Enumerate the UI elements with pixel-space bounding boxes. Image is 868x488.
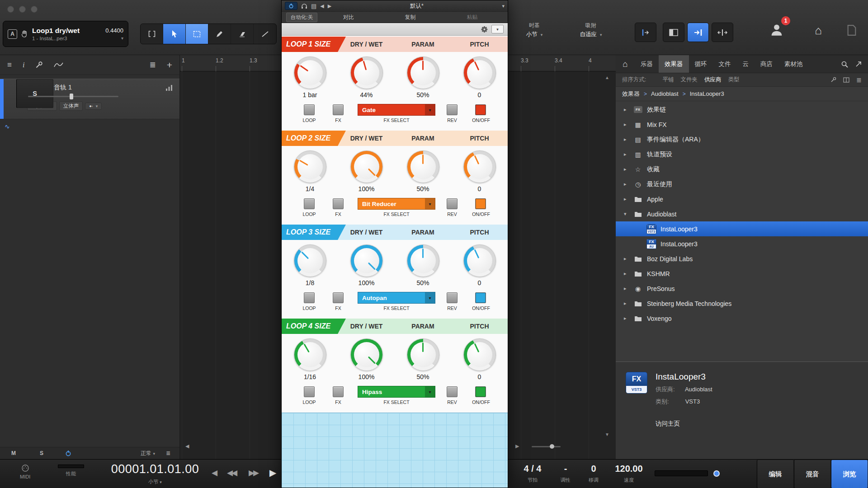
compare-button[interactable]: 对比 — [317, 14, 379, 21]
slider-handle[interactable] — [70, 94, 73, 99]
pencil-tool-button[interactable] — [208, 24, 231, 44]
tree-item[interactable]: ▸Steinberg Media Technologies — [616, 296, 868, 311]
tree-item[interactable]: ▸FX效果链 — [616, 102, 868, 117]
fx-toggle[interactable] — [333, 386, 344, 397]
marquee-tool-button[interactable] — [186, 24, 208, 44]
expand-arrow-icon[interactable]: ▸ — [624, 286, 629, 291]
expand-arrow-icon[interactable]: ▸ — [624, 181, 629, 187]
output-level-meter[interactable] — [655, 470, 708, 476]
return-to-start-button[interactable]: ◀ — [212, 468, 216, 478]
expand-arrow-icon[interactable]: ▸ — [624, 151, 629, 157]
range-tool-button[interactable] — [141, 24, 163, 44]
popout-icon[interactable] — [855, 61, 862, 67]
plugin-power-button[interactable] — [285, 2, 297, 10]
param-knob[interactable]: 50% — [407, 150, 439, 192]
browser-tab-2[interactable]: 循环 — [689, 55, 713, 73]
parameter-display[interactable]: A Loop1 dry/wet 1 - InstaL..per3 0.4400 … — [3, 21, 128, 47]
preset-dropdown-icon[interactable]: ▾ — [502, 3, 505, 9]
waveform-grid-display[interactable] — [282, 413, 508, 488]
fast-forward-button[interactable]: ▶▶ — [249, 468, 258, 478]
preset-name[interactable]: 默认* — [410, 2, 424, 10]
channel-config-button[interactable]: ●◦▾ — [85, 103, 102, 110]
fx-select-dropdown[interactable]: Hipass▾ — [358, 386, 435, 398]
expand-arrow-icon[interactable]: ▸ — [624, 166, 629, 172]
expand-arrow-icon[interactable]: ▸ — [624, 122, 629, 127]
tree-item[interactable]: ▾Audioblast — [616, 206, 868, 221]
tree-item[interactable]: ▸◉PreSonus — [616, 281, 868, 296]
dry-wet-knob[interactable]: 44% — [350, 56, 383, 99]
copy-button[interactable]: 复制 — [379, 14, 441, 21]
global-mute-button[interactable]: M — [9, 449, 18, 457]
add-track-button[interactable]: + — [167, 60, 172, 70]
onoff-toggle[interactable] — [475, 386, 486, 397]
info-icon[interactable]: i — [23, 61, 24, 69]
browse-view-button[interactable]: 浏览 — [831, 460, 868, 488]
next-preset-button[interactable]: ▶ — [328, 3, 331, 9]
automation-lane-toggle[interactable]: ∿ — [5, 123, 179, 130]
key-value[interactable]: - — [564, 464, 567, 474]
homepage-link[interactable]: 访问主页 — [656, 420, 680, 428]
paste-button[interactable]: 粘贴 — [441, 14, 503, 21]
timecode-unit-dropdown[interactable]: 小节 ▾ — [108, 479, 203, 485]
zoom-slider-handle[interactable] — [550, 444, 554, 449]
lane-options-icon[interactable]: ≣ — [166, 450, 170, 456]
autoscroll-button[interactable] — [687, 23, 709, 42]
tree-item[interactable]: ▸▦Mix FX — [616, 117, 868, 132]
onoff-toggle[interactable] — [475, 104, 486, 115]
layout-icon[interactable] — [843, 77, 849, 83]
user-account-button[interactable]: 1 — [764, 17, 789, 42]
dry-wet-knob[interactable]: 100% — [350, 244, 383, 286]
fx-toggle[interactable] — [333, 292, 344, 303]
mix-view-button[interactable]: 混音 — [794, 460, 831, 488]
fx-select-dropdown[interactable]: Gate▾ — [358, 104, 435, 116]
param-knob[interactable]: 50% — [407, 244, 439, 286]
expand-arrow-icon[interactable]: ▸ — [624, 136, 629, 142]
loop-size-knob[interactable]: 1/4 — [294, 150, 326, 192]
browser-tab-3[interactable]: 文件 — [713, 55, 737, 73]
document-button[interactable] — [842, 21, 862, 40]
breadcrumb-item[interactable]: Audioblast — [651, 90, 679, 97]
solo-button[interactable]: S — [16, 79, 53, 108]
tree-item[interactable]: ▸Boz Digital Labs — [616, 251, 868, 266]
param-knob[interactable]: 50% — [407, 338, 439, 380]
tree-item[interactable]: ▸☆收藏 — [616, 162, 868, 177]
pitch-knob[interactable]: 0 — [463, 56, 496, 99]
eraser-tool-button[interactable] — [231, 24, 254, 44]
scroll-down-button[interactable]: ▼ — [605, 432, 609, 437]
timebase-dropdown[interactable]: 时基 小节▾ — [511, 22, 558, 38]
global-solo-button[interactable]: S — [37, 449, 46, 457]
browser-home-tab[interactable]: ⌂ — [616, 55, 635, 73]
expand-arrow-icon[interactable]: ▸ — [624, 315, 629, 321]
sort-option[interactable]: 供应商 — [704, 76, 722, 84]
pitch-knob[interactable]: 0 — [463, 150, 496, 192]
preset-list-icon[interactable]: ▤ — [311, 3, 316, 9]
expand-arrow-icon[interactable]: ▸ — [624, 256, 629, 262]
dry-wet-knob[interactable]: 100% — [350, 150, 383, 192]
pane-view-button[interactable] — [663, 23, 684, 42]
rev-toggle[interactable] — [447, 386, 458, 397]
pitch-knob[interactable]: 0 — [463, 244, 496, 286]
window-zoom-button[interactable] — [31, 6, 38, 13]
expand-arrow-icon[interactable]: ▸ — [624, 196, 629, 202]
scroll-right-button[interactable]: ▶ — [515, 443, 519, 449]
track-volume-slider[interactable] — [28, 96, 118, 97]
transpose-value[interactable]: 0 — [591, 464, 596, 474]
tempo-value[interactable]: 120.00 — [615, 464, 642, 474]
rewind-button[interactable]: ◀◀ — [227, 468, 236, 478]
loop-toggle[interactable] — [304, 104, 315, 115]
expand-arrow-icon[interactable]: ▾ — [624, 211, 629, 217]
arrow-tool-button[interactable] — [163, 24, 186, 44]
expand-view-button[interactable] — [712, 23, 733, 42]
expand-arrow-icon[interactable]: ▸ — [624, 300, 629, 306]
rev-toggle[interactable] — [447, 104, 458, 115]
loop-size-knob[interactable]: 1 bar — [294, 56, 326, 99]
sort-option[interactable]: 文件夹 — [680, 76, 698, 84]
scroll-up-button[interactable]: ▲ — [605, 75, 609, 80]
rev-toggle[interactable] — [447, 292, 458, 303]
browser-tab-6[interactable]: 素材池 — [778, 55, 809, 73]
snap-dropdown[interactable]: 吸附 自适应▾ — [564, 22, 618, 38]
browser-tab-0[interactable]: 乐器 — [635, 55, 659, 73]
search-icon[interactable] — [841, 61, 848, 68]
tree-item[interactable]: FXVST3InstaLooper3 — [616, 221, 868, 236]
zoom-slider[interactable] — [532, 446, 561, 447]
